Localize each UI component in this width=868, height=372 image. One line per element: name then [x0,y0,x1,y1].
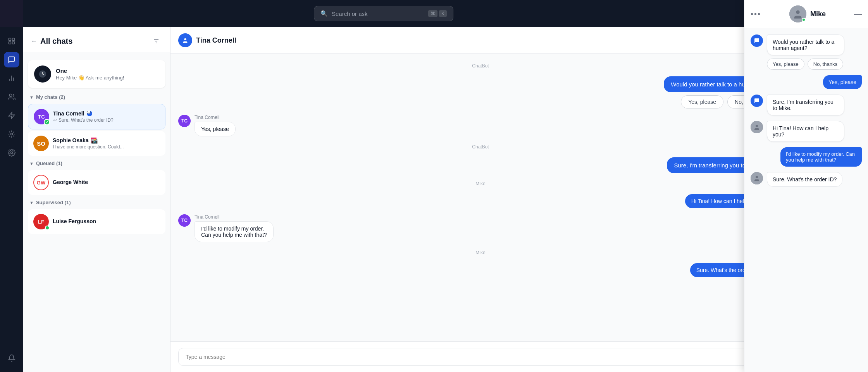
my-chats-section[interactable]: ▼ My chats (2) [23,91,170,102]
agent-message-2: Sure. What's the order ID? [178,263,783,277]
svg-point-12 [184,38,186,40]
sophie-preview: I have one more question. Could... [53,144,160,150]
george-name: George White [53,179,160,185]
chat-list-body: One Hey Mike 👋 Ask me anything! ▼ My cha… [23,52,170,372]
svg-point-14 [796,10,799,14]
mike-user-msg-1: Yes, please [751,75,862,89]
mike-bot-content-1: Would you rather talk to a human agent? … [767,34,844,70]
sidebar-icon-settings[interactable] [4,145,19,160]
filter-icon[interactable] [150,35,162,47]
all-chats-title: All chats [40,37,72,46]
luise-name: Luise Fergusson [53,218,160,224]
chatbot-label-1: ChatBot [178,63,783,69]
supervised-section[interactable]: ▼ Supervised (1) [23,196,170,208]
chat-item-sophie[interactable]: SO Sophie Osaka 📸 I have one more questi… [28,131,165,156]
user-msg-name-2: Tina Cornell [195,214,274,220]
svg-rect-3 [12,42,15,44]
yes-please-btn[interactable]: Yes, please [681,95,723,108]
message-input[interactable] [178,348,783,366]
chat-header-name: Tina Cornell [196,36,236,45]
svg-rect-1 [12,38,15,41]
chatbot-label-2: ChatBot [178,144,783,150]
user-msg-name-1: Tina Cornell [195,115,236,120]
mike-agent-avatar-1 [751,121,763,133]
mike-bot-icon-1 [751,34,763,47]
svg-point-15 [756,125,758,127]
keyboard-shortcut: ⌘ K [428,10,447,17]
user-bubble-1: Yes, please [195,122,236,136]
user-msg-content-1: Tina Cornell Yes, please [195,115,236,136]
agent-message-1: Hi Tina! How can I help you? [178,194,783,208]
tina-name: Tina Cornell 💬 [53,110,160,117]
queued-label: Queued (1) [36,160,62,166]
mike-bot-bubble-1: Would you rather talk to a human agent? [767,34,844,55]
chat-item-george[interactable]: GW George White [28,170,165,195]
svg-rect-0 [9,38,11,41]
my-chats-label: My chats (2) [36,94,65,100]
mike-bot-icon-2 [751,95,763,107]
chevron-icon-supervised: ▼ [29,200,34,205]
svg-point-6 [11,133,13,135]
supervised-label: Supervised (1) [36,200,71,205]
message-input-area [170,341,790,372]
bot-message-1: Would you rather talk to a human agent? … [178,76,783,108]
chat-item-luise[interactable]: LF Luise Fergusson [28,209,165,234]
chevron-icon: ▼ [29,95,34,100]
mike-avatar [789,5,806,22]
tina-info: Tina Cornell 💬 ↩ Sure. What's the order … [53,110,160,123]
chevron-icon-queued: ▼ [29,161,34,166]
svg-point-16 [756,176,758,178]
svg-point-4 [9,94,12,97]
luise-info: Luise Fergusson [53,218,160,225]
ig-platform-icon: 📸 [91,138,96,143]
one-subtitle: Hey Mike 👋 Ask me anything! [56,75,124,81]
sidebar-icon-home[interactable] [4,33,19,49]
tina-preview: ↩ Sure. What's the order ID? [53,117,160,123]
svg-point-7 [11,152,13,154]
sidebar-icon-reports[interactable] [4,71,19,86]
mike-menu-dots[interactable]: ••• [751,10,761,19]
sidebar [0,27,23,372]
one-avatar [34,65,51,83]
one-bot-item[interactable]: One Hey Mike 👋 Ask me anything! [28,60,165,88]
mike-online-indicator [802,18,806,22]
mike-bot-msg-1: Would you rather talk to a human agent? … [751,34,862,70]
chat-platform-icon: 💬 [87,111,92,116]
sidebar-icon-contacts[interactable] [4,89,19,105]
search-icon: 🔍 [320,10,328,17]
sidebar-icon-bell[interactable] [4,350,19,366]
search-bar[interactable]: 🔍 Search or ask ⌘ K [314,6,453,21]
sidebar-icon-chat[interactable] [4,52,19,67]
mike-agent-msg-2: Sure. What's the order ID? [751,172,862,187]
mike-minimize-btn[interactable]: — [854,10,862,19]
mike-yes-btn[interactable]: Yes, please [767,59,804,70]
sidebar-icon-integrations[interactable] [4,126,19,142]
mike-label-1: Mike [178,181,783,186]
chat-list-header: ← All chats [23,27,170,52]
user-msg-content-2: Tina Cornell I'd like to modify my order… [195,214,274,242]
one-info: One Hey Mike 👋 Ask me anything! [56,67,124,81]
mike-label-2: Mike [178,250,783,255]
chat-messages: ChatBot Would you rather talk to a human… [170,54,790,341]
sidebar-icon-lightning[interactable] [4,108,19,123]
cmd-key: ⌘ [428,10,437,17]
bot-message-2: Sure, I'm transferring you to Mike. [178,157,783,173]
main-chat-area: Tina Cornell ••• ChatBot Would you rathe… [170,27,790,372]
user-message-1: TC Tina Cornell Yes, please [178,115,783,136]
mike-agent-bubble-1: Hi Tina! How can I help you? [767,121,844,142]
mike-name: Mike [810,10,826,18]
mike-no-btn[interactable]: No, thanks [808,59,843,70]
chat-list-panel: ← All chats One Hey Mike 👋 Ask me anythi… [23,27,170,372]
svg-marker-5 [9,112,15,119]
luise-avatar: LF [33,214,49,229]
mike-header: ••• Mike — [744,0,868,28]
george-avatar: GW [33,175,49,190]
mike-bot-msg-2: Sure, I'm transferring you to Mike. [751,95,862,115]
mike-user-bubble-1: Yes, please [823,75,862,89]
chat-item-tina[interactable]: TC ✓ Tina Cornell 💬 ↩ Sure. What's the o… [28,104,165,129]
user-message-2: TC Tina Cornell I'd like to modify my or… [178,214,783,242]
mike-client-bubble-1: I'd like to modify my order. Can you hel… [780,147,862,167]
header-left: ← All chats [31,37,72,46]
back-icon[interactable]: ← [31,38,37,45]
queued-section[interactable]: ▼ Queued (1) [23,157,170,169]
